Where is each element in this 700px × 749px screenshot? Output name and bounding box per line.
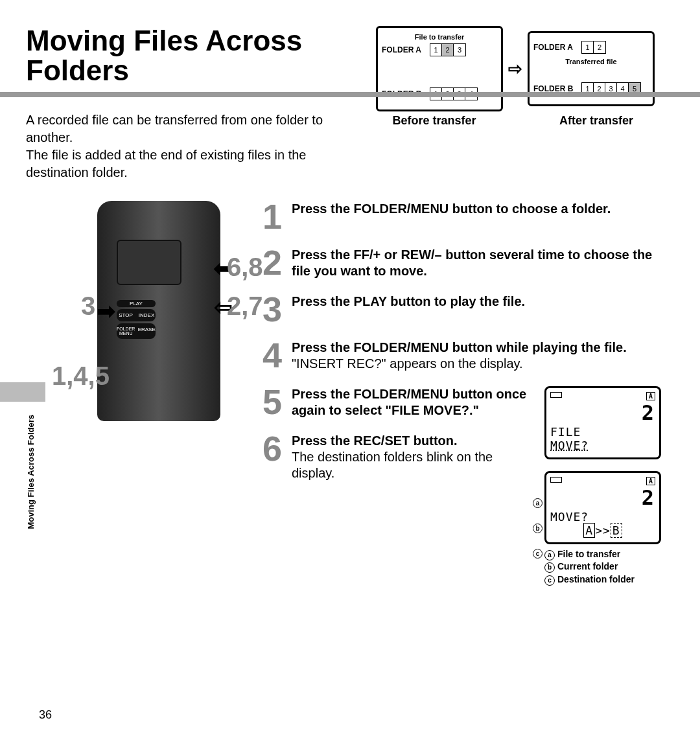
callout-68: 6,8 [227, 253, 263, 282]
index-button-label: INDEX [137, 312, 156, 319]
callout-27: 2,7 [227, 292, 263, 321]
step-4: 4 Press the FOLDER/MENU button while pla… [259, 340, 661, 372]
step-3: 3 Press the PLAY button to play the file… [259, 294, 661, 325]
page-number: 36 [39, 708, 52, 722]
arrow-icon: ⇨ [508, 59, 522, 79]
callout-145: 1,4,5 [52, 362, 110, 391]
folder-a-icon: A [646, 392, 655, 400]
side-tab: Moving Files Across Folders [26, 415, 36, 529]
step-1: 1 Press the FOLDER/MENU button to choose… [259, 201, 661, 233]
file-to-transfer-label: File to transfer [382, 33, 497, 41]
intro-text: A recorded file can be transferred from … [26, 111, 350, 181]
step-6: 6 Press the REC/SET button. The destinat… [259, 433, 537, 481]
lcd-file-move: A 2 FILE MOVE? [544, 386, 661, 459]
stop-button-label: STOP [117, 312, 135, 319]
lcd-move-ab: A 2 MOVE? A>>B [544, 471, 661, 544]
battery-icon [550, 477, 562, 483]
callout-3: 3 [81, 292, 95, 321]
lcd-legend: aFile to transfer bCurrent folder cDesti… [544, 548, 661, 586]
erase-button-label: ERASE [137, 326, 156, 336]
arrow-icon: ⬅ [97, 298, 115, 324]
page-title: Moving Files Across Folders [26, 26, 363, 86]
transfer-diagram: File to transfer FOLDER A 1 2 3 FOLDER B… [376, 26, 655, 128]
transferred-file-label: Transferred file [533, 58, 649, 65]
after-label: After transfer [538, 114, 655, 128]
folder-menu-button-label: FOLDER MENU [117, 326, 135, 336]
device-illustration: PLAY STOP INDEX FOLDER MENU ERASE ➡ ⇨ ⬅ … [26, 201, 253, 616]
folder-a-icon: A [646, 477, 655, 485]
divider [26, 89, 661, 100]
marker-b-icon: b [533, 524, 542, 533]
before-label: Before transfer [376, 114, 493, 128]
play-button-label: PLAY [117, 300, 156, 307]
step-2: 2 Press the FF/+ or REW/– button several… [259, 247, 661, 279]
step-5: 5 Press the FOLDER/MENU button once agai… [259, 386, 537, 419]
marker-c-icon: c [533, 549, 542, 559]
battery-icon [550, 392, 562, 398]
marker-a-icon: a [533, 498, 542, 508]
